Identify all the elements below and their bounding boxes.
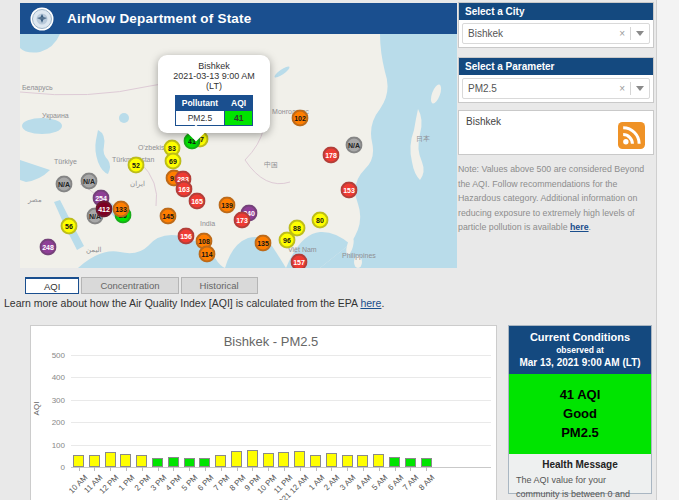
parameter-clear-icon[interactable]: × (619, 83, 625, 94)
popup-timezone: (LT) (164, 81, 264, 91)
aqi-marker[interactable]: 56 (61, 218, 78, 235)
gridline (71, 445, 491, 446)
aqi-marker[interactable]: N/A (56, 176, 73, 193)
city-select-value: Bishkek (468, 28, 619, 39)
aqi-bar[interactable] (152, 458, 163, 467)
aqi-bar[interactable] (136, 455, 147, 467)
tab-aqi[interactable]: AQI (25, 277, 79, 294)
note-text: Note: Values above 500 are considered Be… (458, 164, 644, 232)
aqi-bar[interactable] (342, 455, 353, 467)
aqi-marker[interactable]: 145 (160, 208, 177, 225)
popup-datetime: 2021-03-13 9:00 AM (164, 71, 264, 81)
x-axis-tick (173, 467, 174, 471)
aqi-bar[interactable] (73, 455, 84, 467)
y-axis-tick: 500 (31, 351, 65, 360)
y-axis-tick: 100 (31, 441, 65, 450)
aqi-marker[interactable]: 52 (128, 157, 145, 174)
city-select[interactable]: Bishkek × (462, 23, 650, 44)
tab-concentration[interactable]: Concentration (81, 277, 178, 294)
city-clear-icon[interactable]: × (619, 28, 625, 39)
current-conditions-title: Current Conditions (512, 331, 648, 343)
aqi-bar[interactable] (231, 451, 242, 467)
y-axis-tick: 0 (31, 463, 65, 472)
aqi-bar[interactable] (247, 450, 258, 467)
rss-feed-box: Bishkek (458, 110, 654, 155)
chevron-down-icon[interactable] (636, 86, 644, 91)
aqi-marker[interactable]: 80 (312, 212, 329, 229)
aqi-bar[interactable] (263, 453, 274, 467)
learn-more-here-link[interactable]: here (360, 297, 381, 309)
view-tabs: AQIConcentrationHistorical (25, 277, 258, 294)
popup-table: Pollutant AQI PM2.5 41 (175, 95, 253, 126)
gridline (71, 422, 491, 423)
tab-historical[interactable]: Historical (181, 277, 258, 294)
current-aqi-category: Good (509, 404, 651, 423)
aqi-bar[interactable] (278, 452, 289, 467)
map-label: اليمن (86, 246, 102, 254)
popup-city: Bishkek (164, 61, 264, 71)
select-city-panel: Select a City Bishkek × (458, 2, 654, 48)
aqi-marker[interactable]: 139 (219, 197, 236, 214)
aqi-marker[interactable]: 156 (178, 228, 195, 245)
x-axis-tick (331, 467, 332, 471)
aqi-bar[interactable] (357, 455, 368, 467)
x-axis-tick (268, 467, 269, 471)
aqi-bar[interactable] (326, 453, 337, 467)
aqi-marker[interactable]: 165 (189, 193, 206, 210)
aqi-bar[interactable] (421, 458, 432, 467)
aqi-marker[interactable]: N/A (81, 173, 98, 190)
aqi-bar[interactable] (184, 458, 195, 467)
map-label: 中国 (264, 160, 278, 170)
aqi-marker[interactable]: 248 (40, 239, 57, 256)
current-aqi-pollutant: PM2.5 (509, 423, 651, 442)
x-axis-tick (316, 467, 317, 471)
health-message-text: The AQI value for your community is betw… (516, 474, 644, 500)
aqi-bar[interactable] (389, 457, 400, 467)
aqi-marker[interactable]: 96 (279, 232, 296, 249)
x-axis-tick (252, 467, 253, 471)
aqi-marker[interactable]: 135 (255, 235, 272, 252)
aqi-bar[interactable] (89, 455, 100, 467)
map-popup: Bishkek 2021-03-13 9:00 AM (LT) Pollutan… (158, 55, 270, 133)
aqi-marker[interactable]: 178 (323, 147, 340, 164)
note-here-link[interactable]: here (570, 222, 589, 232)
aqi-bar[interactable] (199, 458, 210, 467)
x-axis-tick (300, 467, 301, 471)
x-axis-tick (94, 467, 95, 471)
aqi-map[interactable]: БеларусьУкраинаTürkiyeКазахстанO'zbekist… (20, 34, 457, 268)
x-axis-tick (284, 467, 285, 471)
gridline (71, 377, 491, 378)
x-axis-tick (189, 467, 190, 471)
select-separator (630, 27, 631, 40)
rss-icon[interactable] (618, 122, 645, 149)
parameter-select[interactable]: PM2.5 × (462, 78, 650, 99)
aqi-bar[interactable] (168, 457, 179, 467)
aqi-marker[interactable]: 173 (234, 212, 251, 229)
aqi-bar[interactable] (105, 452, 116, 467)
aqi-bar[interactable] (215, 455, 226, 467)
aqi-bar[interactable] (310, 455, 321, 467)
chevron-down-icon[interactable] (636, 31, 644, 36)
aqi-bar[interactable] (405, 458, 416, 467)
current-aqi-block: 41 AQI Good PM2.5 (509, 374, 651, 454)
aqi-marker[interactable]: 412 (96, 201, 113, 218)
aqi-marker[interactable]: 102 (292, 110, 309, 127)
aqi-marker[interactable]: 153 (341, 182, 358, 199)
x-axis-tick (142, 467, 143, 471)
aqi-marker[interactable]: 69 (165, 153, 182, 170)
popup-col-pollutant: Pollutant (175, 96, 224, 111)
aqi-bar[interactable] (294, 451, 305, 467)
select-separator (630, 82, 631, 95)
aqi-marker[interactable]: 114 (199, 246, 216, 263)
parameter-select-value: PM2.5 (468, 83, 619, 94)
aqi-marker[interactable]: 157 (291, 254, 308, 269)
select-parameter-title: Select a Parameter (459, 58, 653, 75)
state-department-seal-icon (30, 7, 54, 31)
aqi-bar[interactable] (373, 454, 384, 467)
popup-pollutant-value: PM2.5 (175, 111, 224, 126)
map-label: Украина (42, 112, 69, 119)
aqi-marker[interactable]: N/A (346, 137, 363, 154)
aqi-bar[interactable] (120, 454, 131, 468)
aqi-marker[interactable]: 133 (113, 201, 130, 218)
aqi-chart-panel: Bishkek - PM2.5 AQI 010020030040050010 A… (30, 325, 497, 500)
